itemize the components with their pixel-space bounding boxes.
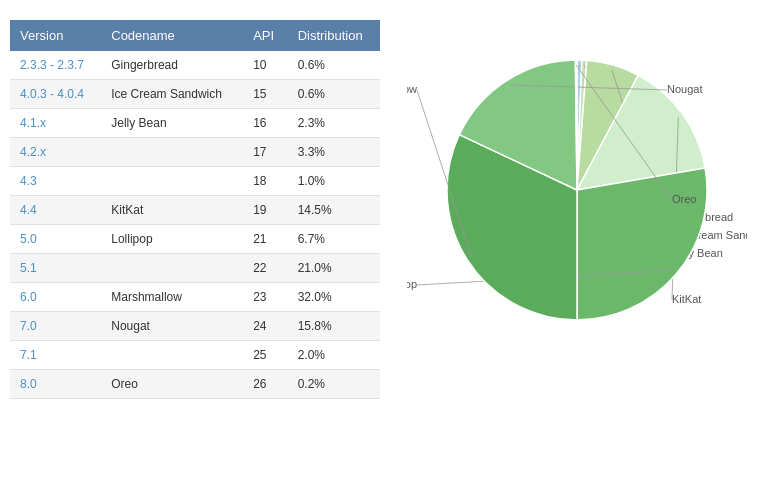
table-row: 2.3.3 - 2.3.7 Gingerbread 10 0.6% xyxy=(10,51,380,80)
chart-section: GingerbreadIce Cream SandwichJelly BeanK… xyxy=(380,10,754,360)
pie-label-Nougat: Nougat xyxy=(667,83,702,95)
cell-distribution: 1.0% xyxy=(288,167,380,196)
cell-distribution: 0.6% xyxy=(288,80,380,109)
cell-api: 22 xyxy=(243,254,287,283)
table-row: 7.1 25 2.0% xyxy=(10,341,380,370)
cell-distribution: 6.7% xyxy=(288,225,380,254)
cell-distribution: 14.5% xyxy=(288,196,380,225)
cell-api: 10 xyxy=(243,51,287,80)
cell-api: 18 xyxy=(243,167,287,196)
cell-api: 24 xyxy=(243,312,287,341)
cell-api: 23 xyxy=(243,283,287,312)
col-distribution: Distribution xyxy=(288,20,380,51)
cell-version: 8.0 xyxy=(10,370,101,399)
table-row: 4.2.x 17 3.3% xyxy=(10,138,380,167)
data-table-section: Version Codename API Distribution 2.3.3 … xyxy=(10,20,380,399)
cell-version: 4.2.x xyxy=(10,138,101,167)
cell-distribution: 0.6% xyxy=(288,51,380,80)
cell-codename: Gingerbread xyxy=(101,51,243,80)
table-row: 4.0.3 - 4.0.4 Ice Cream Sandwich 15 0.6% xyxy=(10,80,380,109)
cell-codename: Oreo xyxy=(101,370,243,399)
cell-codename: Ice Cream Sandwich xyxy=(101,80,243,109)
pie-label-Oreo: Oreo xyxy=(672,193,696,205)
cell-api: 25 xyxy=(243,341,287,370)
cell-api: 16 xyxy=(243,109,287,138)
table-header-row: Version Codename API Distribution xyxy=(10,20,380,51)
cell-version: 4.4 xyxy=(10,196,101,225)
cell-codename xyxy=(101,167,243,196)
cell-version: 7.0 xyxy=(10,312,101,341)
cell-version: 4.0.3 - 4.0.4 xyxy=(10,80,101,109)
col-codename: Codename xyxy=(101,20,243,51)
col-api: API xyxy=(243,20,287,51)
cell-codename: Marshmallow xyxy=(101,283,243,312)
android-distribution-table: Version Codename API Distribution 2.3.3 … xyxy=(10,20,380,399)
cell-distribution: 3.3% xyxy=(288,138,380,167)
cell-api: 19 xyxy=(243,196,287,225)
cell-distribution: 2.3% xyxy=(288,109,380,138)
table-row: 7.0 Nougat 24 15.8% xyxy=(10,312,380,341)
cell-version: 6.0 xyxy=(10,283,101,312)
table-row: 4.3 18 1.0% xyxy=(10,167,380,196)
cell-api: 15 xyxy=(243,80,287,109)
table-row: 8.0 Oreo 26 0.2% xyxy=(10,370,380,399)
cell-distribution: 21.0% xyxy=(288,254,380,283)
cell-version: 5.0 xyxy=(10,225,101,254)
table-row: 4.4 KitKat 19 14.5% xyxy=(10,196,380,225)
cell-version: 7.1 xyxy=(10,341,101,370)
cell-distribution: 15.8% xyxy=(288,312,380,341)
col-version: Version xyxy=(10,20,101,51)
cell-api: 26 xyxy=(243,370,287,399)
cell-codename: Nougat xyxy=(101,312,243,341)
pie-label-Marshmallow: Marshmallow xyxy=(407,83,417,95)
table-row: 5.1 22 21.0% xyxy=(10,254,380,283)
table-row: 6.0 Marshmallow 23 32.0% xyxy=(10,283,380,312)
cell-distribution: 32.0% xyxy=(288,283,380,312)
cell-version: 4.3 xyxy=(10,167,101,196)
cell-codename: Jelly Bean xyxy=(101,109,243,138)
cell-codename xyxy=(101,138,243,167)
cell-version: 4.1.x xyxy=(10,109,101,138)
cell-api: 21 xyxy=(243,225,287,254)
table-row: 5.0 Lollipop 21 6.7% xyxy=(10,225,380,254)
pie-label-KitKat: KitKat xyxy=(672,293,701,305)
cell-api: 17 xyxy=(243,138,287,167)
cell-distribution: 2.0% xyxy=(288,341,380,370)
cell-version: 5.1 xyxy=(10,254,101,283)
cell-distribution: 0.2% xyxy=(288,370,380,399)
cell-codename xyxy=(101,254,243,283)
pie-label-Lollipop: Lollipop xyxy=(407,278,417,290)
cell-codename: Lollipop xyxy=(101,225,243,254)
cell-codename xyxy=(101,341,243,370)
table-row: 4.1.x Jelly Bean 16 2.3% xyxy=(10,109,380,138)
cell-version: 2.3.3 - 2.3.7 xyxy=(10,51,101,80)
cell-codename: KitKat xyxy=(101,196,243,225)
